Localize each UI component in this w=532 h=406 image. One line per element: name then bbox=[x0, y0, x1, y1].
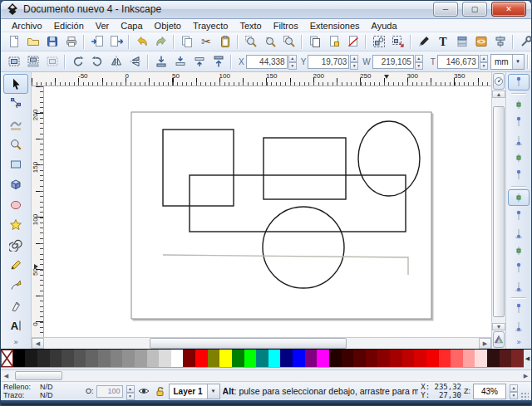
palette-swatch[interactable] bbox=[98, 350, 111, 367]
scroll-down-arrow-icon[interactable]: ▼ bbox=[492, 323, 505, 330]
snap-smooth-nodes-button[interactable] bbox=[508, 260, 530, 276]
close-button[interactable]: ✕ bbox=[491, 2, 526, 17]
raise-button[interactable] bbox=[190, 52, 209, 71]
scroll-up-arrow-icon[interactable]: ▲ bbox=[492, 90, 505, 98]
y-field[interactable] bbox=[308, 55, 349, 69]
tool-zoom[interactable] bbox=[3, 135, 28, 154]
snap-bbox-corners-button[interactable] bbox=[508, 132, 530, 149]
y-field-spinner[interactable]: ▲▼ bbox=[350, 55, 358, 69]
save-document-button[interactable] bbox=[42, 32, 62, 51]
open-document-button[interactable] bbox=[23, 32, 42, 51]
flip-vertical-button[interactable] bbox=[126, 52, 145, 71]
palette-swatch[interactable] bbox=[293, 350, 305, 367]
palette-swatch[interactable] bbox=[353, 350, 366, 367]
vertical-scrollbar-thumb[interactable] bbox=[493, 106, 505, 317]
palette-swatch[interactable] bbox=[426, 350, 439, 367]
w-field-spinner[interactable]: ▲▼ bbox=[415, 55, 423, 69]
palette-swatch[interactable] bbox=[439, 350, 451, 367]
align-dialog-button[interactable] bbox=[490, 32, 510, 51]
palette-swatch[interactable] bbox=[147, 350, 160, 367]
tool-spiral[interactable] bbox=[3, 235, 28, 255]
tool-text[interactable]: A bbox=[3, 316, 28, 335]
print-button[interactable] bbox=[62, 32, 81, 51]
minimize-button[interactable]: ─ bbox=[433, 2, 458, 17]
rotate-cw-button[interactable] bbox=[87, 52, 106, 71]
palette-swatch[interactable] bbox=[122, 350, 135, 367]
palette-swatch[interactable] bbox=[111, 350, 123, 367]
vertical-ruler[interactable]: 200150100500 bbox=[32, 86, 44, 337]
palette-swatch[interactable] bbox=[511, 350, 524, 367]
zoom-field[interactable] bbox=[473, 384, 506, 399]
toolbox-overflow-button[interactable]: » bbox=[13, 335, 17, 349]
tool-bezier[interactable] bbox=[3, 275, 28, 295]
fill-stroke-indicator[interactable]: Relleno: N/D Trazo: N/D bbox=[3, 383, 83, 399]
palette-scrollbar-thumb[interactable] bbox=[15, 371, 62, 380]
tool-selector[interactable] bbox=[3, 74, 28, 94]
zoom-selection-button[interactable] bbox=[241, 32, 260, 51]
select-all-button[interactable] bbox=[4, 52, 23, 71]
palette-arrow-left-icon[interactable]: ◀ bbox=[1, 370, 12, 381]
menu-filtros[interactable]: Filtros bbox=[268, 20, 304, 32]
opacity-spinner[interactable]: ▲▼ bbox=[126, 385, 135, 397]
palette-swatch[interactable] bbox=[342, 350, 354, 367]
lower-to-bottom-button[interactable] bbox=[151, 52, 170, 71]
palette-swatch[interactable] bbox=[500, 350, 512, 367]
h-field-spinner[interactable]: ▲▼ bbox=[480, 55, 488, 69]
palette-scrollbar[interactable]: ◀ ▶ bbox=[1, 369, 531, 381]
palette-swatch[interactable] bbox=[475, 350, 487, 367]
palette-swatch[interactable] bbox=[402, 350, 415, 367]
snap-bounding-box-button[interactable] bbox=[508, 96, 530, 113]
unit-select[interactable]: mm ▼ bbox=[490, 54, 525, 70]
tool-tweak[interactable] bbox=[3, 114, 28, 134]
zoom-page-button[interactable] bbox=[279, 32, 298, 51]
palette-swatch[interactable] bbox=[268, 350, 281, 367]
text-dialog-button[interactable]: T bbox=[433, 32, 452, 51]
palette-swatch-none[interactable] bbox=[1, 350, 13, 367]
menu-capa[interactable]: Capa bbox=[115, 20, 148, 32]
enable-snapping-button[interactable] bbox=[508, 74, 530, 90]
palette-swatch[interactable] bbox=[183, 350, 195, 367]
palette-swatch[interactable] bbox=[377, 350, 390, 367]
select-all-layers-button[interactable] bbox=[23, 52, 42, 71]
menu-ver[interactable]: Ver bbox=[90, 20, 116, 32]
layer-lock-icon[interactable] bbox=[153, 384, 166, 398]
palette-swatch[interactable] bbox=[451, 350, 463, 367]
palette-swatch[interactable] bbox=[37, 350, 50, 367]
x-field-spinner[interactable]: ▲▼ bbox=[288, 55, 297, 69]
palette-arrow-right-icon[interactable]: ▶ bbox=[520, 370, 531, 381]
fill-stroke-dialog-button[interactable] bbox=[414, 32, 433, 51]
palette-swatch[interactable] bbox=[25, 350, 37, 367]
layers-dialog-button[interactable] bbox=[452, 32, 471, 51]
snap-path-intersections-button[interactable] bbox=[508, 225, 530, 242]
snap-nodes-button[interactable] bbox=[508, 189, 530, 206]
tool-ellipse[interactable] bbox=[3, 194, 28, 214]
opacity-field[interactable] bbox=[96, 385, 123, 398]
menu-extensiones[interactable]: Extensiones bbox=[304, 20, 366, 32]
menu-archivo[interactable]: Archivo bbox=[6, 20, 48, 32]
vertical-scrollbar[interactable]: ▲ ▼ bbox=[491, 72, 505, 349]
menu-edicion[interactable]: Edición bbox=[48, 20, 90, 32]
clone-button[interactable] bbox=[324, 32, 343, 51]
raise-to-top-button[interactable] bbox=[209, 52, 228, 71]
snap-paths-button[interactable] bbox=[508, 207, 530, 223]
palette-swatch[interactable] bbox=[50, 350, 62, 367]
canvas-viewport[interactable] bbox=[44, 86, 491, 337]
layer-dropdown-arrow-icon[interactable]: ▼ bbox=[207, 384, 219, 399]
palette-swatch[interactable] bbox=[232, 350, 244, 367]
palette-swatch[interactable] bbox=[195, 350, 208, 367]
palette-swatch[interactable] bbox=[390, 350, 402, 367]
palette-swatch[interactable] bbox=[171, 350, 184, 367]
snap-rotation-centers-button[interactable] bbox=[508, 318, 530, 335]
snap-cusp-nodes-button[interactable] bbox=[508, 242, 530, 259]
palette-swatch[interactable] bbox=[13, 350, 26, 367]
import-button[interactable] bbox=[87, 32, 106, 51]
snap-bbox-centers-button[interactable] bbox=[508, 167, 530, 183]
lower-button[interactable] bbox=[170, 52, 190, 71]
tool-3d-box[interactable] bbox=[3, 174, 28, 194]
horizontal-ruler[interactable]: -50050100150200250300350 bbox=[32, 72, 491, 86]
palette-swatch[interactable] bbox=[208, 350, 220, 367]
palette-swatch[interactable] bbox=[256, 350, 268, 367]
preferences-button[interactable] bbox=[516, 32, 532, 51]
tool-pencil[interactable] bbox=[3, 255, 28, 275]
horizontal-scrollbar-thumb[interactable] bbox=[150, 338, 347, 349]
